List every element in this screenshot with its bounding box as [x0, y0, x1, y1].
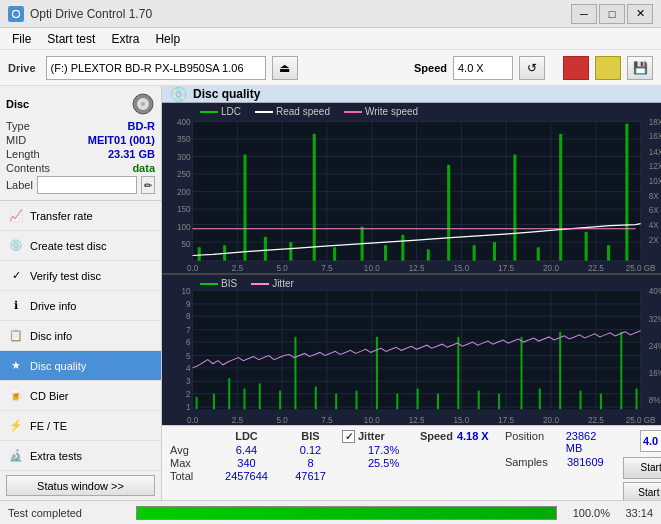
- disc-icon: [131, 92, 155, 116]
- cd-bier-label: CD Bier: [30, 390, 69, 402]
- svg-text:50: 50: [181, 240, 190, 249]
- disc-quality-icon: ★: [8, 358, 24, 374]
- extra-tests-label: Extra tests: [30, 450, 82, 462]
- save-button[interactable]: 💾: [627, 56, 653, 80]
- charts-area: LDC Read speed Write speed: [162, 103, 661, 425]
- svg-text:18X: 18X: [649, 118, 661, 127]
- readspeed-legend-color: [255, 111, 273, 113]
- label-edit-button[interactable]: ✏: [141, 176, 155, 194]
- sidebar-nav: 📈 Transfer rate 💿 Create test disc ✓ Ver…: [0, 201, 161, 471]
- menu-extra[interactable]: Extra: [103, 30, 147, 48]
- maximize-button[interactable]: □: [599, 4, 625, 24]
- length-value: 23.31 GB: [108, 148, 155, 160]
- svg-text:16X: 16X: [649, 132, 661, 141]
- max-label: Max: [170, 457, 210, 469]
- ldc-header: LDC: [214, 430, 279, 443]
- verify-disc-label: Verify test disc: [30, 270, 101, 282]
- content-header: 💿 Disc quality: [162, 86, 661, 103]
- create-disc-label: Create test disc: [30, 240, 106, 252]
- sidebar-item-create-test-disc[interactable]: 💿 Create test disc: [0, 231, 161, 261]
- svg-text:14X: 14X: [649, 147, 661, 156]
- svg-rect-74: [625, 124, 628, 261]
- disc-quality-label: Disc quality: [30, 360, 86, 372]
- svg-text:7.5: 7.5: [321, 416, 333, 425]
- position-row: Position 23862 MB: [505, 430, 615, 454]
- svg-rect-128: [259, 383, 261, 409]
- svg-text:10: 10: [181, 287, 190, 296]
- svg-rect-139: [478, 391, 480, 410]
- disc-info-icon: 📋: [8, 328, 24, 344]
- svg-text:9: 9: [186, 300, 191, 309]
- fe-te-label: FE / TE: [30, 420, 67, 432]
- svg-rect-59: [289, 242, 292, 261]
- type-value: BD-R: [128, 120, 156, 132]
- menu-file[interactable]: File: [4, 30, 39, 48]
- label-input[interactable]: [37, 176, 137, 194]
- svg-rect-144: [580, 391, 582, 410]
- sidebar-item-transfer-rate[interactable]: 📈 Transfer rate: [0, 201, 161, 231]
- menu-start-test[interactable]: Start test: [39, 30, 103, 48]
- content-title: Disc quality: [193, 87, 260, 101]
- start-full-button[interactable]: Start full: [623, 457, 661, 479]
- svg-text:12.5: 12.5: [409, 416, 425, 425]
- svg-rect-136: [417, 389, 419, 410]
- toolbar: Drive (F:) PLEXTOR BD-R PX-LB950SA 1.06 …: [0, 50, 661, 86]
- tool-btn-2[interactable]: [595, 56, 621, 80]
- svg-rect-64: [401, 235, 404, 261]
- tool-btn-1[interactable]: [563, 56, 589, 80]
- svg-text:20.0: 20.0: [543, 264, 559, 273]
- speed-dropdown[interactable]: 4.0 X ▼: [640, 430, 661, 452]
- status-window-button[interactable]: Status window >>: [6, 475, 155, 496]
- drive-selector[interactable]: (F:) PLEXTOR BD-R PX-LB950SA 1.06: [46, 56, 266, 80]
- svg-text:8: 8: [186, 312, 191, 321]
- eject-button[interactable]: ⏏: [272, 56, 298, 80]
- max-jitter: 25.5%: [368, 457, 399, 469]
- svg-rect-145: [600, 394, 602, 409]
- bis-legend-item: BIS: [200, 278, 237, 289]
- sidebar-item-fe-te[interactable]: ⚡ FE / TE: [0, 411, 161, 441]
- svg-text:25.0 GB: 25.0 GB: [626, 416, 656, 425]
- svg-text:7.5: 7.5: [321, 264, 333, 273]
- svg-text:22.5: 22.5: [588, 416, 604, 425]
- svg-text:1: 1: [186, 403, 191, 412]
- fe-te-icon: ⚡: [8, 418, 24, 434]
- readspeed-legend-label: Read speed: [276, 106, 330, 117]
- writespeed-legend-label: Write speed: [365, 106, 418, 117]
- svg-rect-141: [520, 337, 522, 409]
- svg-rect-134: [376, 337, 378, 409]
- disc-header: Disc: [6, 92, 155, 116]
- avg-row: Avg 6.44 0.12 17.3%: [170, 444, 497, 456]
- sidebar-item-disc-info[interactable]: 📋 Disc info: [0, 321, 161, 351]
- svg-text:5: 5: [186, 352, 191, 361]
- stats-area: LDC BIS Jitter Speed 4.18 X Avg 6.44 0.1…: [162, 425, 661, 500]
- samples-row: Samples 381609: [505, 456, 615, 468]
- menu-bar: File Start test Extra Help: [0, 28, 661, 50]
- close-button[interactable]: ✕: [627, 4, 653, 24]
- sidebar-item-drive-info[interactable]: ℹ Drive info: [0, 291, 161, 321]
- sidebar-item-extra-tests[interactable]: 🔬 Extra tests: [0, 441, 161, 471]
- ldc-legend-label: LDC: [221, 106, 241, 117]
- svg-rect-133: [355, 391, 357, 410]
- start-part-button[interactable]: Start part: [623, 482, 661, 500]
- svg-text:6X: 6X: [649, 206, 659, 215]
- disc-contents-row: Contents data: [6, 162, 155, 174]
- refresh-button[interactable]: ↺: [519, 56, 545, 80]
- minimize-button[interactable]: ─: [571, 4, 597, 24]
- svg-text:8%: 8%: [649, 396, 661, 405]
- cd-bier-icon: 🍺: [8, 388, 24, 404]
- svg-text:8X: 8X: [649, 192, 659, 201]
- drive-value: (F:) PLEXTOR BD-R PX-LB950SA 1.06: [51, 62, 244, 74]
- jitter-checkbox[interactable]: [342, 430, 355, 443]
- svg-rect-67: [473, 245, 476, 260]
- max-ldc: 340: [214, 457, 279, 469]
- sidebar-item-cd-bier[interactable]: 🍺 CD Bier: [0, 381, 161, 411]
- svg-rect-147: [636, 389, 638, 410]
- sidebar-item-verify-test-disc[interactable]: ✓ Verify test disc: [0, 261, 161, 291]
- disc-quality-header-icon: 💿: [170, 86, 187, 102]
- sidebar-item-disc-quality[interactable]: ★ Disc quality: [0, 351, 161, 381]
- window-controls: ─ □ ✕: [571, 4, 653, 24]
- svg-rect-142: [539, 389, 541, 410]
- speed-selector[interactable]: 4.0 X: [453, 56, 513, 80]
- menu-help[interactable]: Help: [147, 30, 188, 48]
- svg-rect-126: [228, 378, 230, 409]
